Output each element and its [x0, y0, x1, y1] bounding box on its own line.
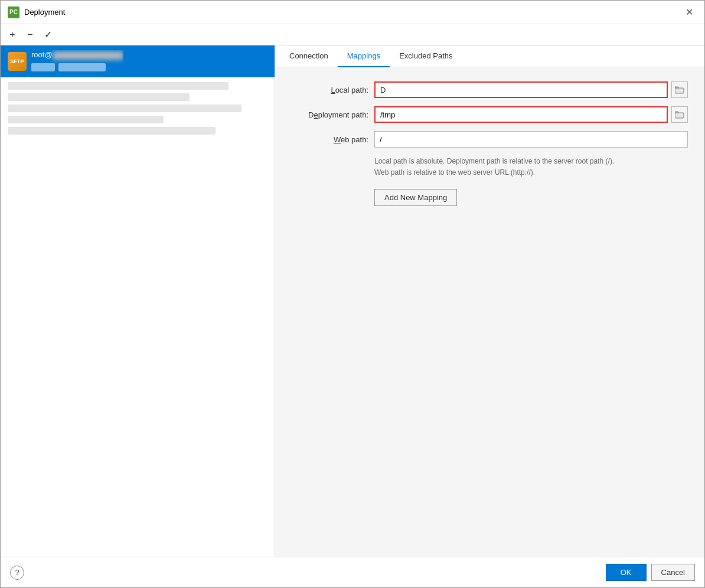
- toolbar: + − ✓: [1, 24, 704, 45]
- window-title: Deployment: [24, 8, 681, 17]
- local-path-browse-button[interactable]: [671, 81, 688, 98]
- app-icon: PC: [8, 6, 19, 18]
- title-bar: PC Deployment ✕: [1, 1, 704, 24]
- deployment-path-input-wrap: [374, 106, 688, 123]
- info-text: Local path is absolute. Deployment path …: [292, 156, 688, 178]
- ok-button[interactable]: OK: [606, 564, 647, 581]
- tab-bar: Connection Mappings Excluded Paths: [275, 45, 704, 67]
- tab-mappings[interactable]: Mappings: [338, 45, 390, 67]
- remove-button[interactable]: −: [23, 28, 37, 42]
- sftp-icon: SFTP: [8, 52, 27, 71]
- bottom-actions: OK Cancel: [606, 564, 695, 581]
- check-button[interactable]: ✓: [41, 28, 55, 42]
- bottom-bar: ? OK Cancel: [1, 557, 704, 587]
- web-path-label: Web path:: [292, 135, 374, 144]
- deployment-path-label: Deployment path:: [292, 110, 374, 119]
- sidebar-item-name: root@: [31, 50, 123, 60]
- local-path-input[interactable]: [374, 81, 668, 98]
- svg-rect-1: [675, 87, 678, 89]
- deployment-window: PC Deployment ✕ + − ✓ SFTP root@: [0, 0, 705, 588]
- sidebar-item-root[interactable]: SFTP root@: [1, 45, 275, 77]
- cancel-button[interactable]: Cancel: [651, 564, 695, 581]
- svg-rect-4: [675, 112, 678, 113]
- tab-connection[interactable]: Connection: [280, 45, 338, 67]
- main-content: SFTP root@: [1, 45, 704, 557]
- deployment-path-input[interactable]: [374, 106, 668, 123]
- close-button[interactable]: ✕: [681, 4, 697, 21]
- web-path-row: Web path:: [292, 131, 688, 148]
- deployment-path-browse-button[interactable]: [671, 106, 688, 123]
- help-button[interactable]: ?: [10, 566, 24, 580]
- local-path-label: Local path:: [292, 86, 374, 94]
- add-new-mapping-button[interactable]: Add New Mapping: [374, 189, 457, 206]
- add-button[interactable]: +: [5, 28, 19, 42]
- form-area: Local path:: [275, 67, 704, 557]
- svg-rect-2: [675, 89, 683, 93]
- svg-rect-5: [675, 113, 683, 117]
- tab-excluded-paths[interactable]: Excluded Paths: [390, 45, 462, 67]
- web-path-input[interactable]: [374, 131, 688, 148]
- local-path-input-wrap: [374, 81, 688, 98]
- deployment-path-row: Deployment path:: [292, 106, 688, 123]
- web-path-input-wrap: [374, 131, 688, 148]
- right-panel: Connection Mappings Excluded Paths Local…: [275, 45, 704, 557]
- sidebar-extra: [1, 77, 275, 143]
- sidebar: SFTP root@: [1, 45, 275, 557]
- local-path-row: Local path:: [292, 81, 688, 98]
